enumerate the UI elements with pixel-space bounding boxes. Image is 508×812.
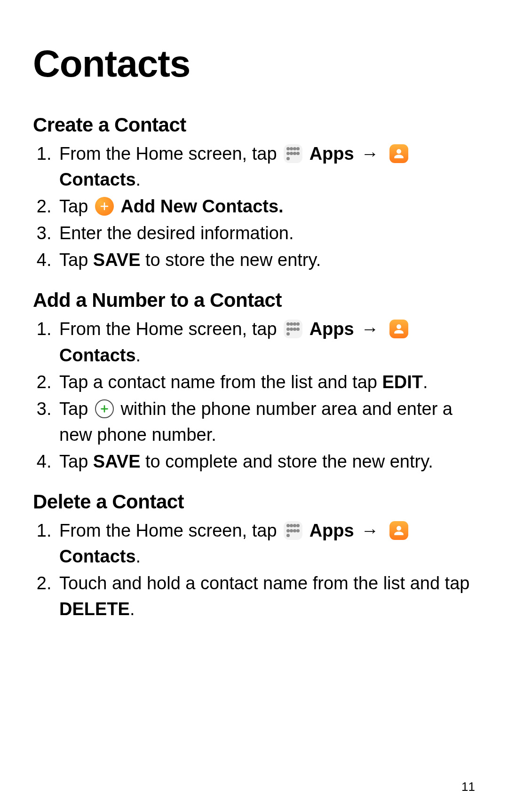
body-text: [382, 521, 388, 540]
bold-text: Apps: [310, 521, 354, 540]
bold-text: DELETE: [59, 599, 130, 619]
bold-text: Apps: [310, 144, 354, 164]
step-item: Tap SAVE to complete and store the new e…: [56, 449, 475, 475]
body-text: .: [136, 170, 141, 189]
arrow-icon: →: [361, 518, 379, 544]
add-contact-icon: [95, 197, 114, 216]
bold-text: SAVE: [93, 250, 141, 270]
document-page: Contacts Create a ContactFrom the Home s…: [0, 0, 508, 812]
step-item: From the Home screen, tap Apps → Contact…: [56, 316, 475, 368]
body-text: .: [136, 547, 141, 566]
body-text: Tap: [59, 452, 93, 471]
bold-text: SAVE: [93, 452, 141, 471]
page-number: 11: [461, 780, 475, 794]
apps-grid-icon: [284, 521, 302, 540]
body-text: to store the new entry.: [141, 250, 321, 270]
body-text: [354, 144, 359, 164]
bold-text: EDIT: [382, 372, 423, 392]
body-text: [382, 319, 388, 339]
body-text: [116, 196, 121, 216]
body-text: [304, 521, 310, 540]
add-field-icon: [95, 399, 114, 418]
body-text: Touch and hold a contact name from the l…: [59, 573, 469, 593]
body-text: .: [130, 599, 135, 619]
step-item: Enter the desired information.: [56, 220, 475, 246]
arrow-icon: →: [361, 141, 379, 167]
body-text: From the Home screen, tap: [59, 319, 282, 339]
body-text: Tap: [59, 250, 93, 270]
bold-text: Contacts: [59, 547, 136, 566]
body-text: .: [136, 345, 141, 365]
step-item: Tap Add New Contacts.: [56, 194, 475, 219]
section-heading: Create a Contact: [33, 114, 475, 136]
body-text: Tap a contact name from the list and tap: [59, 372, 382, 392]
body-text: within the phone number area and enter a…: [59, 399, 452, 445]
step-item: Tap SAVE to store the new entry.: [56, 247, 475, 273]
arrow-icon: →: [361, 316, 379, 342]
body-text: [354, 521, 359, 540]
step-list: From the Home screen, tap Apps → Contact…: [33, 316, 475, 475]
apps-grid-icon: [284, 320, 302, 338]
body-text: to complete and store the new entry.: [141, 452, 433, 471]
bold-text: Contacts: [59, 170, 136, 189]
body-text: [304, 319, 310, 339]
contacts-app-icon: [389, 144, 408, 163]
bold-text: Contacts: [59, 345, 136, 365]
body-text: [304, 144, 310, 164]
step-item: From the Home screen, tap Apps → Contact…: [56, 518, 475, 570]
step-list: From the Home screen, tap Apps → Contact…: [33, 141, 475, 273]
body-text: From the Home screen, tap: [59, 144, 282, 164]
bold-text: Add New Contacts.: [120, 196, 283, 216]
step-item: Touch and hold a contact name from the l…: [56, 570, 475, 622]
body-text: .: [423, 372, 428, 392]
step-item: Tap within the phone number area and ent…: [56, 396, 475, 448]
content-body: Create a ContactFrom the Home screen, ta…: [33, 114, 475, 622]
section-heading: Add a Number to a Contact: [33, 289, 475, 312]
page-title: Contacts: [33, 42, 475, 86]
step-item: From the Home screen, tap Apps → Contact…: [56, 141, 475, 193]
body-text: Enter the desired information.: [59, 223, 294, 243]
contacts-app-icon: [389, 521, 408, 540]
body-text: [354, 319, 359, 339]
body-text: From the Home screen, tap: [59, 521, 282, 540]
body-text: [382, 144, 388, 164]
step-item: Tap a contact name from the list and tap…: [56, 369, 475, 395]
contacts-app-icon: [389, 320, 408, 338]
apps-grid-icon: [284, 144, 302, 163]
bold-text: Apps: [310, 319, 354, 339]
body-text: Tap: [59, 399, 93, 419]
body-text: Tap: [59, 196, 93, 216]
step-list: From the Home screen, tap Apps → Contact…: [33, 518, 475, 622]
section-heading: Delete a Contact: [33, 491, 475, 513]
